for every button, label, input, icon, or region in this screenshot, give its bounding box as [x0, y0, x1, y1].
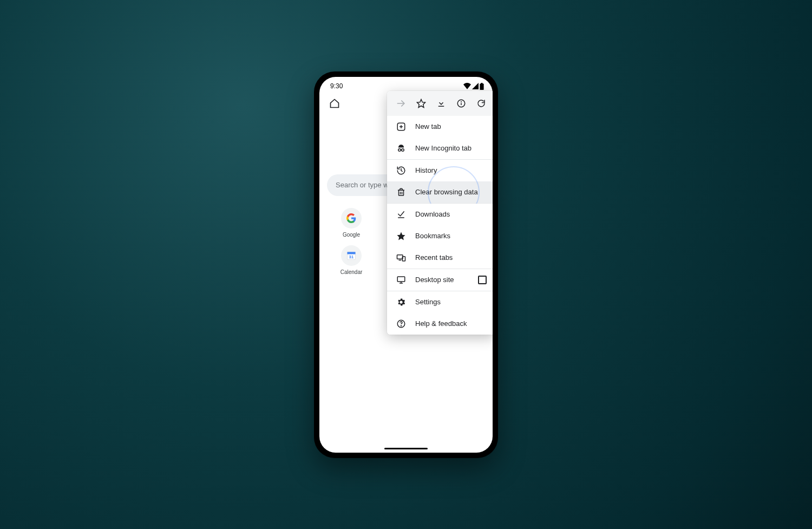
svg-rect-28 — [348, 252, 356, 254]
menu-icon-row — [387, 91, 493, 116]
svg-point-11 — [402, 148, 404, 151]
menu-item-label: Settings — [415, 298, 487, 306]
shortcut-google[interactable]: Google — [336, 208, 367, 238]
menu-item-clear-browsing-data[interactable]: Clear browsing data — [387, 181, 493, 203]
refresh-button[interactable] — [474, 96, 489, 111]
status-indicators — [463, 83, 484, 90]
status-bar: 9:30 — [319, 77, 493, 91]
battery-icon — [480, 83, 484, 90]
browser-toolbar: New tab New Incognito tab History C — [319, 91, 493, 116]
cell-signal-icon — [472, 83, 479, 89]
download-done-icon — [396, 210, 406, 219]
help-icon — [396, 319, 406, 329]
bookmark-button[interactable] — [414, 96, 429, 111]
svg-point-26 — [401, 325, 402, 326]
svg-point-10 — [398, 148, 401, 151]
calendar-icon: 31 — [346, 250, 357, 261]
svg-marker-2 — [417, 99, 425, 107]
devices-icon — [396, 253, 406, 263]
menu-item-label: History — [415, 166, 487, 174]
trash-icon — [396, 187, 406, 197]
download-button[interactable] — [434, 96, 449, 111]
menu-item-desktop-site[interactable]: Desktop site — [387, 269, 493, 291]
phone-screen: 9:30 — [319, 77, 493, 453]
menu-item-label: Desktop site — [415, 276, 469, 284]
desktop-site-checkbox[interactable] — [478, 276, 487, 284]
menu-item-downloads[interactable]: Downloads — [387, 204, 493, 225]
shortcut-label: Google — [343, 232, 360, 238]
desktop-icon — [396, 275, 406, 285]
menu-item-label: Clear browsing data — [415, 188, 487, 196]
menu-item-label: New Incognito tab — [415, 144, 487, 152]
svg-rect-0 — [480, 83, 483, 90]
menu-item-help-feedback[interactable]: Help & feedback — [387, 313, 493, 335]
svg-rect-19 — [397, 254, 403, 259]
search-placeholder: Search or type w — [336, 181, 389, 189]
google-g-icon — [346, 213, 356, 223]
phone-frame: 9:30 — [314, 71, 498, 458]
home-button[interactable] — [326, 95, 343, 112]
forward-button[interactable] — [394, 96, 409, 111]
wifi-icon — [463, 83, 471, 89]
history-icon — [396, 166, 406, 175]
incognito-icon — [396, 143, 406, 153]
plus-box-icon — [396, 122, 406, 132]
svg-point-6 — [461, 101, 462, 102]
menu-item-settings[interactable]: Settings — [387, 291, 493, 313]
arrow-forward-icon — [396, 98, 407, 109]
menu-item-history[interactable]: History — [387, 160, 493, 181]
menu-item-recent-tabs[interactable]: Recent tabs — [387, 247, 493, 269]
status-time: 9:30 — [330, 82, 343, 90]
menu-item-label: Help & feedback — [415, 319, 487, 328]
info-icon — [456, 99, 466, 108]
svg-rect-3 — [438, 106, 444, 107]
svg-text:31: 31 — [349, 254, 353, 259]
menu-item-label: New tab — [415, 122, 487, 130]
svg-marker-18 — [397, 232, 405, 240]
page-info-button[interactable] — [454, 96, 469, 111]
overflow-menu: New tab New Incognito tab History C — [387, 91, 493, 335]
svg-rect-13 — [399, 190, 404, 195]
home-icon — [329, 98, 340, 109]
menu-item-label: Recent tabs — [415, 253, 487, 262]
menu-item-new-incognito-tab[interactable]: New Incognito tab — [387, 138, 493, 159]
star-icon — [416, 99, 426, 108]
system-nav-pill[interactable] — [384, 448, 428, 449]
download-icon — [436, 99, 446, 108]
menu-item-new-tab[interactable]: New tab — [387, 116, 493, 138]
gear-icon — [396, 297, 406, 307]
svg-rect-1 — [481, 83, 483, 84]
menu-item-bookmarks[interactable]: Bookmarks — [387, 225, 493, 247]
menu-item-label: Downloads — [415, 210, 487, 218]
star-filled-icon — [396, 231, 406, 241]
refresh-icon — [476, 99, 486, 108]
shortcut-label: Calendar — [340, 269, 363, 275]
shortcut-calendar[interactable]: 31 Calendar — [336, 245, 367, 275]
svg-rect-22 — [397, 277, 405, 282]
menu-item-label: Bookmarks — [415, 232, 487, 240]
